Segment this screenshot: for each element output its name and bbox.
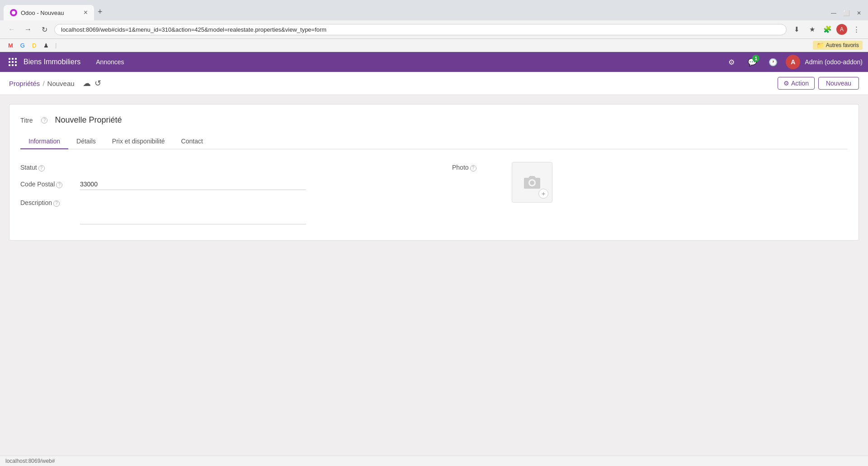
field-row-code-postal: Code Postal? bbox=[20, 175, 416, 194]
action-label: Action bbox=[791, 80, 809, 87]
description-value[interactable] bbox=[80, 197, 416, 226]
clock-icon-btn[interactable]: 🕐 bbox=[765, 54, 781, 70]
photo-upload-widget[interactable]: + bbox=[512, 162, 552, 203]
tab-information[interactable]: Information bbox=[20, 134, 68, 149]
code-postal-value[interactable] bbox=[80, 179, 416, 190]
svg-rect-2 bbox=[15, 58, 17, 60]
nav-annonces[interactable]: Annonces bbox=[90, 52, 130, 72]
field-row-photo: Photo? + bbox=[452, 158, 552, 206]
breadcrumb: Propriétés / Nouveau bbox=[9, 80, 75, 87]
bookmark-icon[interactable]: ★ bbox=[806, 23, 818, 36]
odoo-topbar: Biens Immobiliers Annonces ⚙ 💬 1 🕐 A Adm… bbox=[0, 52, 868, 72]
tab-details[interactable]: Détails bbox=[68, 134, 104, 149]
form-card: Titre ? Nouvelle Propriété Information D… bbox=[9, 104, 859, 241]
tab-information-label: Information bbox=[28, 138, 60, 145]
tab-content-information: Statut? Code Postal? Des bbox=[20, 158, 848, 229]
description-input[interactable] bbox=[80, 197, 306, 224]
bookmark-gmail[interactable]: M bbox=[5, 41, 16, 50]
back-button[interactable]: ← bbox=[5, 23, 18, 36]
fields-left: Statut? Code Postal? Des bbox=[20, 158, 434, 229]
breadcrumb-current: Nouveau bbox=[47, 80, 75, 87]
tab-prix-label: Prix et disponibilité bbox=[112, 138, 165, 145]
avatar[interactable]: A bbox=[786, 55, 800, 69]
forward-button[interactable]: → bbox=[22, 23, 34, 36]
download-icon[interactable]: ⬇ bbox=[790, 23, 803, 36]
menu-icon[interactable]: ⋮ bbox=[850, 23, 863, 36]
others-label: Autres favoris bbox=[826, 42, 859, 48]
extensions-icon[interactable]: 🧩 bbox=[821, 23, 834, 36]
photo-help-icon[interactable]: ? bbox=[470, 165, 476, 171]
form-title-row: Titre ? Nouvelle Propriété bbox=[20, 115, 848, 125]
page-header: Propriétés / Nouveau ☁ ↺ ⚙ Action Nouvea… bbox=[0, 72, 868, 95]
title-label: Titre bbox=[20, 117, 33, 124]
tab-contact[interactable]: Contact bbox=[173, 134, 211, 149]
svg-rect-5 bbox=[15, 61, 17, 63]
tab-contact-label: Contact bbox=[181, 138, 203, 145]
form-container: Titre ? Nouvelle Propriété Information D… bbox=[0, 95, 868, 250]
svg-rect-8 bbox=[15, 64, 17, 66]
bookmark-calendar[interactable]: G bbox=[18, 41, 28, 50]
browser-toolbar: ← → ↻ localhost:8069/web#cids=1&menu_id=… bbox=[0, 20, 868, 39]
tab-favicon bbox=[10, 9, 17, 16]
toolbar-right: ⬇ ★ 🧩 A ⋮ bbox=[790, 23, 863, 36]
username-label[interactable]: Admin (odoo-addon) bbox=[805, 58, 863, 66]
photo-add-icon: + bbox=[538, 189, 548, 199]
tab-close-icon[interactable]: × bbox=[84, 9, 88, 17]
field-row-description: Description? bbox=[20, 194, 416, 229]
field-row-statut: Statut? bbox=[20, 158, 416, 175]
window-minimize-icon[interactable]: — bbox=[828, 8, 839, 19]
svg-rect-6 bbox=[9, 64, 10, 66]
svg-rect-1 bbox=[12, 58, 14, 60]
breadcrumb-sep: / bbox=[42, 80, 44, 87]
topbar-right: ⚙ 💬 1 🕐 A Admin (odoo-addon) bbox=[723, 54, 863, 70]
settings-icon: ⚙ bbox=[728, 58, 735, 67]
address-text: localhost:8069/web#cids=1&menu_id=310&ac… bbox=[61, 26, 780, 33]
code-postal-help-icon[interactable]: ? bbox=[56, 182, 62, 188]
minimize-button[interactable]: — ⬜ ✕ bbox=[828, 8, 864, 20]
title-value[interactable]: Nouvelle Propriété bbox=[55, 115, 122, 125]
others-favorites[interactable]: 📁 Autres favoris bbox=[813, 41, 863, 50]
code-postal-label: Code Postal? bbox=[20, 179, 75, 188]
active-tab[interactable]: Odoo - Nouveau × bbox=[4, 5, 94, 20]
tab-title: Odoo - Nouveau bbox=[21, 10, 80, 16]
tab-prix[interactable]: Prix et disponibilité bbox=[104, 134, 173, 149]
svg-rect-0 bbox=[9, 58, 10, 60]
description-help-icon[interactable]: ? bbox=[53, 200, 60, 207]
photo-label: Photo? bbox=[452, 162, 506, 171]
app-name[interactable]: Biens Immobiliers bbox=[24, 58, 80, 66]
window-close-icon[interactable]: ✕ bbox=[854, 8, 864, 19]
gear-icon: ⚙ bbox=[783, 80, 789, 87]
new-tab-button[interactable]: + bbox=[94, 4, 106, 20]
save-cloud-button[interactable]: ☁ bbox=[81, 76, 93, 90]
refresh-button[interactable]: ↻ bbox=[38, 23, 51, 36]
statut-help-icon[interactable]: ? bbox=[38, 165, 45, 171]
action-button[interactable]: ⚙ Action bbox=[778, 77, 815, 90]
fields-right: Photo? + bbox=[434, 158, 848, 229]
svg-point-9 bbox=[530, 181, 534, 185]
address-bar[interactable]: localhost:8069/web#cids=1&menu_id=310&ac… bbox=[54, 24, 787, 35]
bookmark-separator: | bbox=[55, 42, 57, 48]
window-maximize-icon[interactable]: ⬜ bbox=[841, 8, 852, 19]
tab-details-label: Détails bbox=[76, 138, 96, 145]
statut-label: Statut? bbox=[20, 162, 75, 171]
bookmark-chess[interactable]: ♟ bbox=[41, 41, 52, 50]
chat-icon-btn[interactable]: 💬 1 bbox=[744, 54, 760, 70]
apps-menu-icon[interactable] bbox=[5, 55, 20, 69]
nav-annonces-label: Annonces bbox=[96, 58, 124, 66]
bookmark-drive[interactable]: D bbox=[29, 41, 39, 50]
tabs-bar: Information Détails Prix et disponibilit… bbox=[20, 134, 848, 149]
discard-button[interactable]: ↺ bbox=[93, 76, 103, 90]
description-label: Description? bbox=[20, 197, 75, 207]
settings-icon-btn[interactable]: ⚙ bbox=[723, 54, 740, 70]
title-help-icon[interactable]: ? bbox=[41, 117, 47, 124]
code-postal-input[interactable] bbox=[80, 179, 306, 190]
svg-rect-3 bbox=[9, 61, 10, 63]
breadcrumb-root[interactable]: Propriétés bbox=[9, 80, 40, 87]
profile-icon[interactable]: A bbox=[836, 24, 847, 35]
header-actions: ⚙ Action Nouveau bbox=[778, 77, 859, 90]
browser-tabs: Odoo - Nouveau × + — ⬜ ✕ bbox=[0, 0, 868, 20]
svg-rect-4 bbox=[12, 61, 14, 63]
avatar-initial: A bbox=[791, 58, 795, 66]
clock-icon: 🕐 bbox=[769, 58, 778, 67]
new-record-button[interactable]: Nouveau bbox=[818, 77, 859, 90]
